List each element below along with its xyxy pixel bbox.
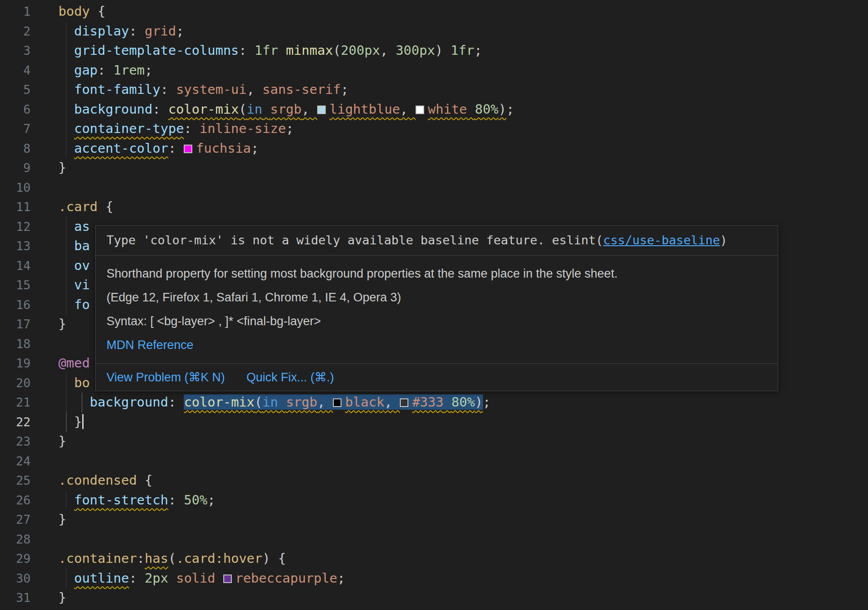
line-number[interactable]: 4 <box>0 61 31 80</box>
code-line[interactable]: 10 <box>0 178 868 198</box>
code-line-content[interactable]: background: color-mix(in srgb, black, #3… <box>58 393 868 412</box>
color-swatch[interactable] <box>317 106 326 114</box>
code-token: ) <box>498 102 506 117</box>
color-swatch[interactable] <box>333 398 341 407</box>
line-number[interactable]: 16 <box>0 295 31 315</box>
line-number[interactable]: 2 <box>0 22 31 41</box>
line-number[interactable]: 21 <box>0 393 31 412</box>
code-line[interactable]: 1body { <box>0 2 868 22</box>
token-with-swatch: #333 <box>400 394 443 410</box>
line-number[interactable]: 14 <box>0 256 31 276</box>
line-number[interactable]: 6 <box>0 100 31 119</box>
code-line-content[interactable]: grid-template-columns: 1fr minmax(200px,… <box>58 41 868 61</box>
code-line-content[interactable]: font-stretch: 50%; <box>58 491 868 510</box>
code-line[interactable]: 7 container-type: inline-size; <box>0 119 868 139</box>
code-line-content[interactable]: .card { <box>58 197 868 217</box>
line-number[interactable]: 27 <box>0 510 31 530</box>
hover-documentation: Shorthand property for setting most back… <box>96 256 778 363</box>
line-number[interactable]: 28 <box>0 530 31 549</box>
code-token: white <box>428 102 467 117</box>
code-token: ; <box>474 43 482 58</box>
code-token: : <box>160 82 176 97</box>
code-line[interactable]: 5 font-family: system-ui, sans-serif; <box>0 80 868 100</box>
code-line[interactable]: 24 <box>0 451 868 471</box>
line-number[interactable]: 15 <box>0 275 31 295</box>
code-line[interactable]: 28 <box>0 530 868 549</box>
code-line-content[interactable]: display: grid; <box>58 22 868 41</box>
line-number[interactable]: 20 <box>0 373 31 393</box>
code-line[interactable]: 23} <box>0 432 868 451</box>
color-swatch[interactable] <box>184 145 192 153</box>
code-line-content[interactable]: } <box>58 412 868 432</box>
code-token <box>262 102 270 117</box>
code-line[interactable]: 30 outline: 2px solid rebeccapurple; <box>0 569 868 588</box>
code-token: gap <box>74 62 97 78</box>
code-line-content[interactable]: } <box>58 432 868 451</box>
code-line-content[interactable]: accent-color: fuchsia; <box>58 139 868 159</box>
code-line[interactable]: 27} <box>0 510 868 530</box>
code-line-content[interactable]: container-type: inline-size; <box>58 119 868 139</box>
code-line[interactable]: 6 background: color-mix(in srgb, lightbl… <box>0 100 868 119</box>
line-number[interactable]: 10 <box>0 178 31 198</box>
line-number[interactable]: 9 <box>0 158 31 178</box>
line-number[interactable]: 7 <box>0 119 31 139</box>
code-line[interactable]: 9} <box>0 158 868 178</box>
mdn-reference-link[interactable]: MDN Reference <box>106 338 194 352</box>
color-swatch[interactable] <box>223 575 232 583</box>
code-line-content[interactable]: .container:has(.card:hover) { <box>58 549 868 569</box>
line-number[interactable]: 24 <box>0 451 31 471</box>
line-number[interactable]: 23 <box>0 432 31 451</box>
code-line[interactable]: 29.container:has(.card:hover) { <box>0 549 868 569</box>
code-line[interactable]: 11.card { <box>0 197 868 217</box>
line-number[interactable]: 8 <box>0 139 31 159</box>
line-number[interactable]: 25 <box>0 471 31 491</box>
color-swatch[interactable] <box>416 106 424 114</box>
code-line-content[interactable] <box>58 451 868 471</box>
view-problem-link[interactable]: View Problem (⌘K N) <box>106 370 225 385</box>
code-token: ; <box>337 570 345 586</box>
line-number[interactable]: 12 <box>0 217 31 237</box>
code-token: ( <box>255 394 262 410</box>
code-line[interactable]: 26 font-stretch: 50%; <box>0 491 868 510</box>
line-number[interactable]: 3 <box>0 41 31 61</box>
code-line[interactable]: 3 grid-template-columns: 1fr minmax(200p… <box>0 41 868 61</box>
code-line-content[interactable]: outline: 2px solid rebeccapurple; <box>58 569 868 588</box>
code-line-content[interactable]: } <box>58 510 868 530</box>
code-line-content[interactable]: } <box>58 588 868 608</box>
code-token: ov <box>74 258 90 273</box>
line-number[interactable]: 29 <box>0 549 31 569</box>
line-number[interactable]: 17 <box>0 314 31 334</box>
eslint-rule-link[interactable]: css/use-baseline <box>603 233 720 247</box>
line-number[interactable]: 1 <box>0 2 31 22</box>
line-number[interactable]: 31 <box>0 588 31 608</box>
code-line[interactable]: 21 background: color-mix(in srgb, black,… <box>0 393 868 412</box>
code-line-content[interactable]: font-family: system-ui, sans-serif; <box>58 80 868 100</box>
indent-guide <box>66 491 66 510</box>
line-number[interactable]: 13 <box>0 236 31 256</box>
code-line[interactable]: 25.condensed { <box>0 471 868 491</box>
code-line[interactable]: 4 gap: 1rem; <box>0 61 868 80</box>
code-line[interactable]: 22 } <box>0 412 868 432</box>
code-line[interactable]: 2 display: grid; <box>0 22 868 41</box>
code-line-content[interactable]: background: color-mix(in srgb, lightblue… <box>58 100 868 119</box>
code-line-content[interactable]: } <box>58 158 868 178</box>
code-line-content[interactable]: .condensed { <box>58 471 868 491</box>
line-number[interactable]: 30 <box>0 569 31 588</box>
line-number[interactable]: 5 <box>0 80 31 100</box>
code-line-content[interactable] <box>58 530 868 549</box>
code-token: , <box>317 394 333 410</box>
line-number[interactable]: 19 <box>0 354 31 373</box>
quick-fix-link[interactable]: Quick Fix... (⌘.) <box>247 370 334 385</box>
line-number[interactable]: 22 <box>0 412 31 432</box>
code-line[interactable]: 8 accent-color: fuchsia; <box>0 139 868 159</box>
code-line-content[interactable]: gap: 1rem; <box>58 61 868 80</box>
line-number[interactable]: 26 <box>0 491 31 510</box>
color-swatch[interactable] <box>400 398 408 407</box>
code-token: .container <box>58 551 137 566</box>
line-number[interactable]: 18 <box>0 334 31 354</box>
code-line-content[interactable] <box>58 178 868 198</box>
code-line-content[interactable]: body { <box>58 2 868 22</box>
code-line[interactable]: 31} <box>0 588 868 608</box>
line-number[interactable]: 11 <box>0 197 31 217</box>
code-token: ) <box>435 43 451 58</box>
